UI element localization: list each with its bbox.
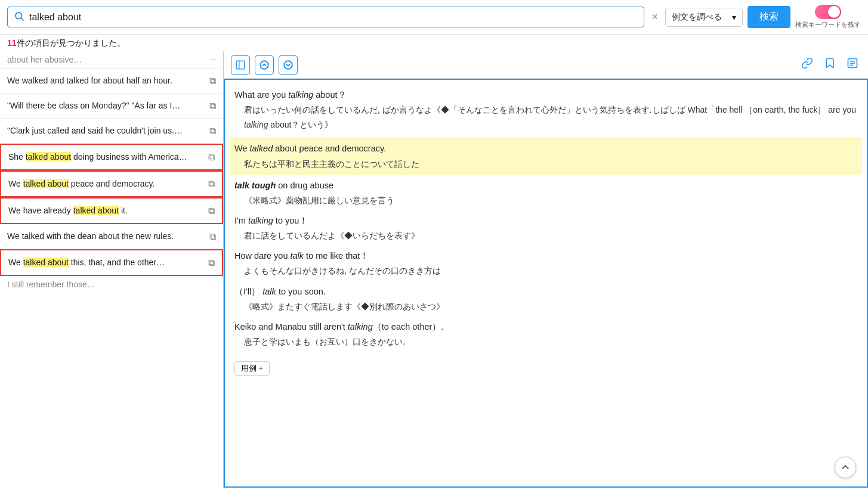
left-panel[interactable]: about her abusive… ─ We walked and talke…: [0, 51, 224, 488]
external-link-icon[interactable]: ⧉: [209, 231, 216, 242]
content-entry-highlighted: We talked about peace and democracy. 私たち…: [230, 137, 862, 175]
svg-point-4: [260, 61, 268, 69]
result-count: 11件の項目が見つかりました。: [0, 35, 868, 51]
search-input[interactable]: [29, 12, 638, 23]
content-entry: （I'll） talk to you soon. 《略式》またすぐ電話します《◆…: [234, 284, 857, 314]
main-layout: about her abusive… ─ We walked and talke…: [0, 51, 868, 488]
content-jp: 私たちは平和と民主主義のことについて話した: [234, 157, 857, 172]
list-item-text: "Clark just called and said he couldn't …: [7, 125, 205, 137]
content-entry: Keiko and Manabu still aren't talking（to…: [234, 319, 857, 349]
list-item[interactable]: We talked with the dean about the new ru…: [0, 224, 223, 249]
scroll-up-button[interactable]: [255, 55, 274, 75]
content-en: How dare you talk to me like that！: [234, 248, 857, 264]
right-toolbar: [224, 51, 868, 79]
expand-view-button[interactable]: [231, 55, 250, 75]
list-item[interactable]: We walked and talked for about half an h…: [0, 69, 223, 94]
dropdown-label: 例文を調べる: [672, 12, 722, 23]
list-item-selected[interactable]: She talked about doing business with Ame…: [0, 144, 223, 170]
list-item-partial-bottom: I still remember those…: [0, 276, 223, 293]
list-item-partial-top: about her abusive… ─: [0, 51, 223, 69]
list-item-text: We walked and talked for about half an h…: [7, 75, 205, 87]
list-item-text: She talked about doing business with Ame…: [8, 151, 203, 163]
content-jp: 恵子と学はいまも（お互い）口をきかない.: [234, 334, 857, 349]
content-en: What are you talking about？: [234, 87, 857, 103]
external-link-icon[interactable]: ⧉: [208, 152, 215, 163]
partial-text-bottom: I still remember those…: [7, 280, 95, 289]
example-plus-wrapper: 用例 +: [234, 356, 857, 376]
content-en: Keiko and Manabu still aren't talking（to…: [234, 319, 857, 334]
right-panel: What are you talking about？ 君はいったい何の話をして…: [224, 51, 868, 488]
result-count-text: 件の項目が見つかりました。: [17, 38, 125, 48]
toggle-label: 検索キーワードを残す: [795, 20, 861, 29]
keyword-toggle-wrapper: 検索キーワードを残す: [795, 5, 861, 29]
example-plus-button[interactable]: 用例 +: [234, 361, 270, 376]
external-link-icon[interactable]: ⧉: [208, 206, 215, 216]
list-item-text: We talked with the dean about the new ru…: [7, 230, 205, 243]
content-en: We talked about peace and democracy.: [234, 141, 857, 156]
right-panel-wrapper: What are you talking about？ 君はいったい何の話をして…: [224, 79, 868, 488]
toolbar-right: [799, 55, 861, 75]
content-entry: How dare you talk to me like that！ よくもそん…: [234, 248, 857, 278]
content-en: I'm talking to you！: [234, 213, 857, 228]
content-entry: What are you talking about？ 君はいったい何の話をして…: [234, 87, 857, 132]
search-icon: [14, 11, 24, 23]
list-item[interactable]: "Clark just called and said he couldn't …: [0, 119, 223, 144]
list-item-selected[interactable]: We talked about this, that, and the othe…: [0, 249, 223, 276]
content-jp: 君に話をしているんだよ《◆いらだちを表す》: [234, 228, 857, 243]
search-bar: × 例文を調べる ▾ 検索 検索キーワードを残す: [0, 0, 868, 35]
external-link-icon[interactable]: ⧉: [209, 126, 216, 137]
svg-line-1: [21, 18, 23, 20]
content-entry: I'm talking to you！ 君に話をしているんだよ《◆いらだちを表す…: [234, 213, 857, 243]
external-link-icon[interactable]: ⧉: [209, 101, 216, 111]
clear-button[interactable]: ×: [649, 11, 660, 23]
list-item-text: We talked about peace and democracy.: [8, 178, 203, 190]
content-en: （I'll） talk to you soon.: [234, 284, 857, 299]
svg-point-5: [284, 61, 292, 69]
toolbar-left: [231, 55, 298, 75]
scroll-top-button[interactable]: [835, 457, 856, 478]
scroll-down-button[interactable]: [279, 55, 298, 75]
content-jp: 君はいったい何の話をしているんだ, ばか言うなよ《◆「そんなことを言われて心外だ…: [234, 103, 857, 132]
search-button[interactable]: 検索: [747, 6, 790, 28]
content-jp: 《略式》またすぐ電話します《◆別れ際のあいさつ》: [234, 299, 857, 314]
external-link-icon[interactable]: ⧉: [208, 179, 215, 190]
list-item-text: We have already talked about it.: [8, 204, 203, 217]
list-item[interactable]: "Will there be class on Monday?" "As far…: [0, 94, 223, 119]
content-entry: talk tough on drug abuse 《米略式》薬物乱用に厳しい意見…: [234, 178, 857, 208]
chevron-down-icon: ▾: [732, 13, 736, 22]
search-type-dropdown[interactable]: 例文を調べる ▾: [665, 8, 743, 27]
content-jp: よくもそんな口がきけるね, なんだその口のきき方は: [234, 264, 857, 278]
list-item-selected[interactable]: We have already talked about it. ⧉: [0, 197, 223, 224]
search-input-wrapper: [7, 7, 644, 27]
content-jp: 《米略式》薬物乱用に厳しい意見を言う: [234, 193, 857, 208]
keyword-toggle[interactable]: [815, 5, 841, 19]
list-item-text: We talked about this, that, and the othe…: [8, 256, 203, 269]
note-button[interactable]: [844, 55, 861, 75]
external-link-icon[interactable]: ⧉: [208, 258, 215, 268]
svg-point-0: [16, 13, 22, 19]
svg-rect-2: [236, 61, 245, 69]
list-item-text: "Will there be class on Monday?" "As far…: [7, 100, 205, 112]
content-en: talk tough on drug abuse: [234, 178, 857, 193]
content-area[interactable]: What are you talking about？ 君はいったい何の話をして…: [224, 79, 868, 488]
partial-text: about her abusive…: [7, 55, 82, 64]
toggle-thumb: [828, 6, 840, 18]
bookmark-button[interactable]: [821, 55, 838, 75]
external-link-icon[interactable]: ⧉: [209, 76, 216, 86]
result-count-number: 11: [7, 38, 17, 48]
link-button[interactable]: [799, 55, 816, 75]
list-item-selected[interactable]: We talked about peace and democracy. ⧉: [0, 170, 223, 197]
